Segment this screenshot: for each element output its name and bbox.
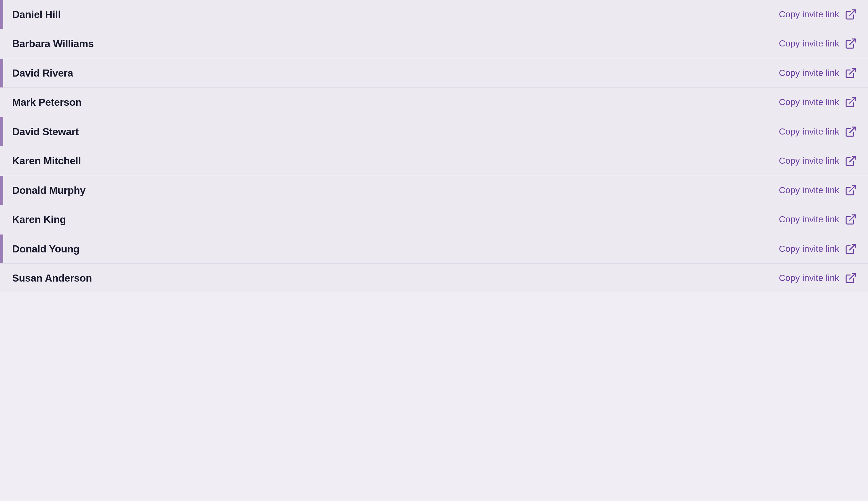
copy-invite-button[interactable]: Copy invite link	[779, 268, 858, 288]
copy-invite-button[interactable]: Copy invite link	[779, 181, 858, 200]
list-item: Donald MurphyCopy invite link	[0, 176, 868, 205]
copy-link-icon	[844, 212, 858, 226]
list-item: Donald YoungCopy invite link	[0, 234, 868, 264]
group-bar	[0, 117, 3, 146]
list-item: Karen MitchellCopy invite link	[0, 146, 868, 175]
copy-invite-button[interactable]: Copy invite link	[779, 34, 858, 53]
svg-line-7	[850, 215, 855, 220]
copy-invite-label: Copy invite link	[779, 39, 839, 49]
copy-link-icon	[844, 66, 858, 80]
person-name: Karen King	[12, 214, 779, 225]
svg-line-3	[850, 98, 855, 103]
group-bar	[0, 88, 3, 117]
copy-invite-label: Copy invite link	[779, 214, 839, 225]
person-name: David Stewart	[12, 126, 779, 138]
list-item: Susan AndersonCopy invite link	[0, 264, 868, 292]
group-4: Donald YoungCopy invite link Susan Ander…	[0, 234, 868, 292]
copy-invite-label: Copy invite link	[779, 68, 839, 78]
group-bar	[0, 264, 3, 292]
list-item: Barbara WilliamsCopy invite link	[0, 29, 868, 58]
list-item: Karen KingCopy invite link	[0, 205, 868, 234]
copy-invite-button[interactable]: Copy invite link	[779, 239, 858, 258]
copy-invite-label: Copy invite link	[779, 156, 839, 166]
person-name: Karen Mitchell	[12, 155, 779, 167]
svg-line-4	[850, 127, 855, 132]
copy-invite-button[interactable]: Copy invite link	[779, 210, 858, 229]
group-bar	[0, 58, 3, 87]
svg-line-6	[850, 186, 855, 191]
group-bar	[0, 234, 3, 263]
group-bar	[0, 205, 3, 234]
copy-link-icon	[844, 36, 858, 51]
list-item: David StewartCopy invite link	[0, 117, 868, 146]
copy-invite-button[interactable]: Copy invite link	[779, 93, 858, 112]
svg-line-8	[850, 244, 855, 250]
group-bar	[0, 146, 3, 175]
svg-line-5	[850, 156, 855, 162]
copy-link-icon	[844, 95, 858, 109]
person-name: Mark Peterson	[12, 96, 779, 108]
person-name: Donald Murphy	[12, 184, 779, 196]
svg-line-0	[850, 10, 855, 15]
group-bar	[0, 0, 3, 29]
person-name: David Rivera	[12, 67, 779, 79]
person-name: Daniel Hill	[12, 9, 779, 21]
list-item: Mark PetersonCopy invite link	[0, 88, 868, 117]
group-bar	[0, 29, 3, 58]
list-item: David RiveraCopy invite link	[0, 58, 868, 88]
svg-line-2	[850, 68, 855, 74]
list-item: Daniel HillCopy invite link	[0, 0, 868, 29]
svg-line-9	[850, 274, 855, 279]
group-2: David StewartCopy invite link Karen Mitc…	[0, 117, 868, 175]
group-1: David RiveraCopy invite link Mark Peters…	[0, 58, 868, 117]
copy-invite-button[interactable]: Copy invite link	[779, 5, 858, 24]
copy-link-icon	[844, 183, 858, 197]
copy-link-icon	[844, 7, 858, 21]
copy-invite-label: Copy invite link	[779, 97, 839, 107]
copy-invite-label: Copy invite link	[779, 127, 839, 137]
copy-link-icon	[844, 271, 858, 285]
copy-invite-button[interactable]: Copy invite link	[779, 63, 858, 83]
person-name: Susan Anderson	[12, 272, 779, 284]
copy-link-icon	[844, 125, 858, 139]
copy-invite-label: Copy invite link	[779, 273, 839, 283]
copy-link-icon	[844, 242, 858, 256]
copy-invite-label: Copy invite link	[779, 244, 839, 254]
person-name: Barbara Williams	[12, 38, 779, 50]
people-list: Daniel HillCopy invite link Barbara Will…	[0, 0, 868, 292]
copy-invite-button[interactable]: Copy invite link	[779, 151, 858, 170]
group-bar	[0, 176, 3, 205]
group-0: Daniel HillCopy invite link Barbara Will…	[0, 0, 868, 58]
person-name: Donald Young	[12, 243, 779, 255]
svg-line-1	[850, 39, 855, 44]
group-3: Donald MurphyCopy invite link Karen King…	[0, 176, 868, 234]
copy-link-icon	[844, 154, 858, 168]
copy-invite-button[interactable]: Copy invite link	[779, 122, 858, 141]
copy-invite-label: Copy invite link	[779, 185, 839, 195]
copy-invite-label: Copy invite link	[779, 9, 839, 20]
